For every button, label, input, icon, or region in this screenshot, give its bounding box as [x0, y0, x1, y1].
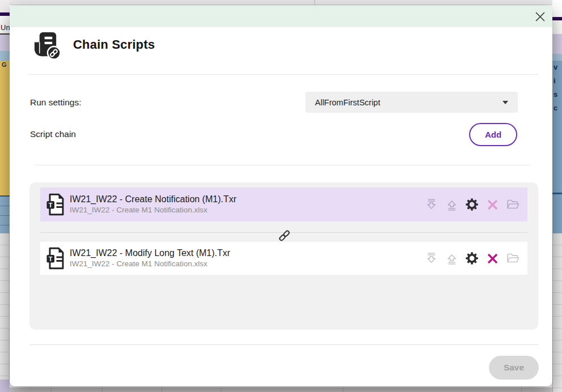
script-row[interactable]: T IW21_IW22 - Create Notification (M1).T…: [40, 188, 527, 221]
bg-bottom-gridline: [343, 387, 343, 392]
move-up-icon: [445, 198, 458, 211]
bg-cell-text: i: [554, 76, 556, 85]
chain-link-icon: [278, 229, 291, 242]
run-settings-dropdown[interactable]: AllFromFirstScript: [305, 92, 518, 113]
move-up-button[interactable]: [445, 252, 458, 265]
bg-right-purple-bar: [552, 17, 562, 20]
svg-text:T: T: [49, 202, 53, 208]
bg-left-cell-blue: [0, 51, 10, 61]
move-down-icon: [425, 252, 438, 265]
add-script-button[interactable]: Add: [469, 123, 517, 146]
script-row[interactable]: T IW21_IW22 - Modify Long Text (M1).Txr …: [40, 242, 527, 275]
move-down-button[interactable]: [424, 198, 438, 211]
header-divider: [29, 74, 538, 75]
bg-bottom-gridline: [51, 387, 52, 392]
section-divider: [35, 165, 531, 165]
script-workbook: IW21_IW22 - Create M1 Notification.xlsx: [70, 205, 236, 215]
bg-bottom-gridline: [161, 387, 162, 392]
bg-left-cell-white: Un: [0, 16, 10, 35]
script-chain-panel: T IW21_IW22 - Create Notification (M1).T…: [29, 182, 538, 330]
bg-cell-text: Un: [1, 23, 10, 32]
chain-scripts-dialog: Chain Scripts Run settings: AllFromFirst…: [10, 6, 552, 386]
bg-right-cell-blue: [552, 54, 562, 61]
bg-bottom-strip: [10, 387, 552, 392]
script-title: IW21_IW22 - Modify Long Text (M1).Txr: [70, 248, 230, 259]
script-row-actions: [424, 198, 520, 211]
bg-right-grid-rows: [552, 233, 562, 392]
close-button[interactable]: [532, 8, 548, 24]
dialog-header-bar: [10, 6, 552, 27]
move-up-icon: [445, 252, 458, 265]
bg-left-cell-yellow: G: [0, 61, 10, 195]
bg-left-cell-lavender: [0, 35, 10, 51]
bg-bottom-gridline: [521, 387, 522, 392]
bg-cell-text: c: [554, 104, 557, 112]
remove-script-button[interactable]: [486, 252, 499, 265]
bg-bottom-gridline: [102, 387, 103, 392]
footer-divider: [29, 344, 538, 345]
bg-left-grid-rows: [0, 233, 10, 380]
bg-left-cell-lavender-bottom: [0, 380, 10, 392]
bg-right-cell-lavender: [552, 34, 562, 54]
move-down-button[interactable]: [424, 252, 438, 265]
save-button[interactable]: Save: [489, 356, 539, 380]
remove-icon: [487, 199, 499, 211]
script-title: IW21_IW22 - Create Notification (M1).Txr: [70, 194, 236, 205]
run-settings-label: Run settings:: [30, 97, 81, 108]
remove-icon: [487, 253, 499, 265]
move-down-icon: [425, 198, 438, 211]
dialog-title: Chain Scripts: [73, 37, 155, 52]
bg-right-cell-steelblue2: [552, 193, 562, 233]
bg-top-strip: [10, 0, 552, 5]
bg-left-cell-steelblue: [0, 195, 10, 233]
open-folder-button[interactable]: [506, 198, 520, 211]
bg-cell-text: G: [2, 61, 7, 68]
remove-script-button[interactable]: [486, 198, 499, 211]
chain-scripts-icon: [31, 30, 62, 61]
open-folder-icon: [506, 252, 520, 265]
script-row-text: IW21_IW22 - Create Notification (M1).Txr…: [70, 194, 236, 215]
txr-file-icon: T: [46, 193, 65, 216]
close-icon: [535, 11, 546, 22]
svg-text:T: T: [49, 255, 53, 262]
move-up-button[interactable]: [445, 198, 458, 211]
gear-icon: [465, 252, 479, 265]
bg-top-gridline: [314, 0, 315, 5]
script-chain-label: Script chain: [30, 129, 76, 139]
gear-icon: [465, 198, 479, 211]
script-workbook: IW21_IW22 - Create M1 Notification.xlsx: [70, 259, 230, 269]
settings-button[interactable]: [465, 252, 479, 265]
settings-button[interactable]: [465, 198, 479, 211]
open-folder-button[interactable]: [506, 252, 520, 265]
bg-left-corner: [0, 0, 10, 12]
run-settings-selected-value: AllFromFirstScript: [315, 98, 380, 107]
script-row-actions: [424, 252, 520, 265]
bg-right-cell-steelblue: v i s c: [552, 61, 562, 193]
script-row-text: IW21_IW22 - Modify Long Text (M1).Txr IW…: [70, 248, 230, 269]
bg-cell-text: s: [554, 90, 557, 99]
chevron-down-icon: [503, 101, 508, 104]
txr-file-icon: T: [46, 247, 65, 270]
open-folder-icon: [506, 198, 520, 211]
bg-cell-text: v: [554, 63, 557, 71]
bg-bottom-gridline: [221, 387, 222, 392]
